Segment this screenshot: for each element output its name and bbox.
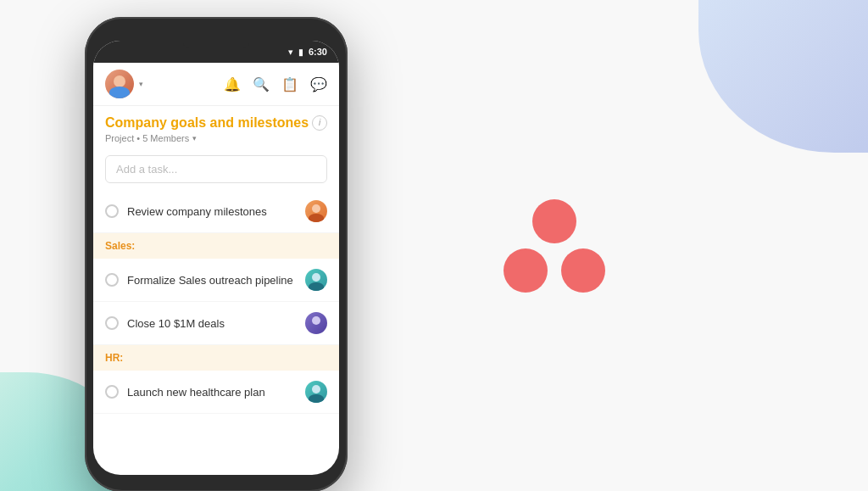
logo-dot-bottom-right [561,248,605,293]
phone-screen: ▾ ▮ 6:30 ▾ 🔔 🔍 📋 💬 C [93,41,339,475]
phone-body: ▾ ▮ 6:30 ▾ 🔔 🔍 📋 💬 C [85,17,348,491]
battery-icon: ▮ [298,47,303,57]
task-text: Formalize Sales outreach pipeline [127,274,293,287]
wifi-icon: ▾ [288,47,293,58]
task-assignee-avatar [305,269,327,291]
task-text: Launch new healthcare plan [127,386,265,399]
task-assignee-avatar [305,200,327,222]
avatar-chevron-icon[interactable]: ▾ [139,80,143,88]
comment-icon[interactable]: 💬 [310,76,327,92]
task-checkbox[interactable] [105,316,119,330]
section-title: HR: [105,352,123,364]
status-time: 6:30 [309,47,327,57]
table-row[interactable]: Review company milestones [93,190,339,233]
notification-icon[interactable]: 🔔 [224,76,241,92]
project-title: Company goals and milestones [105,114,309,131]
project-meta: Project • 5 Members ▾ [105,133,327,143]
project-meta-chevron-icon[interactable]: ▾ [192,134,197,142]
task-item-left: Formalize Sales outreach pipeline [105,273,293,287]
task-assignee-avatar [305,381,327,403]
add-task-input[interactable]: Add a task... [105,155,327,183]
task-checkbox[interactable] [105,273,119,287]
task-checkbox[interactable] [105,204,119,218]
task-assignee-avatar [305,312,327,334]
phone-notch [182,41,250,47]
section-title: Sales: [105,240,135,252]
phone-device: ▾ ▮ 6:30 ▾ 🔔 🔍 📋 💬 C [85,17,348,491]
project-title-area: Company goals and milestones i Project •… [93,106,339,148]
header-left: ▾ [105,70,143,98]
task-checkbox[interactable] [105,385,119,399]
task-text: Close 10 $1M deals [127,317,225,330]
bg-decoration-top-right [698,0,868,153]
avatar[interactable] [105,70,134,98]
app-header: ▾ 🔔 🔍 📋 💬 [93,63,339,106]
search-icon[interactable]: 🔍 [253,76,270,92]
asana-logo [504,199,605,293]
table-row[interactable]: Launch new healthcare plan [93,371,339,414]
logo-dot-top [532,199,576,243]
task-text: Review company milestones [127,205,267,218]
table-row[interactable]: Close 10 $1M deals [93,302,339,345]
info-icon[interactable]: i [312,115,327,131]
task-item-left: Review company milestones [105,204,267,218]
task-item-left: Launch new healthcare plan [105,385,265,399]
logo-dot-bottom-left [504,248,548,293]
add-task-placeholder: Add a task... [116,163,177,176]
table-row[interactable]: Formalize Sales outreach pipeline [93,259,339,302]
section-header-hr: HR: [93,345,339,371]
project-meta-text: Project • 5 Members [105,133,189,143]
clipboard-icon[interactable]: 📋 [281,76,298,92]
task-list: Review company milestones Sales: Formali… [93,190,339,414]
header-icons: 🔔 🔍 📋 💬 [224,76,327,92]
section-header-sales: Sales: [93,233,339,259]
project-title-row: Company goals and milestones i [105,114,327,131]
task-item-left: Close 10 $1M deals [105,316,225,330]
